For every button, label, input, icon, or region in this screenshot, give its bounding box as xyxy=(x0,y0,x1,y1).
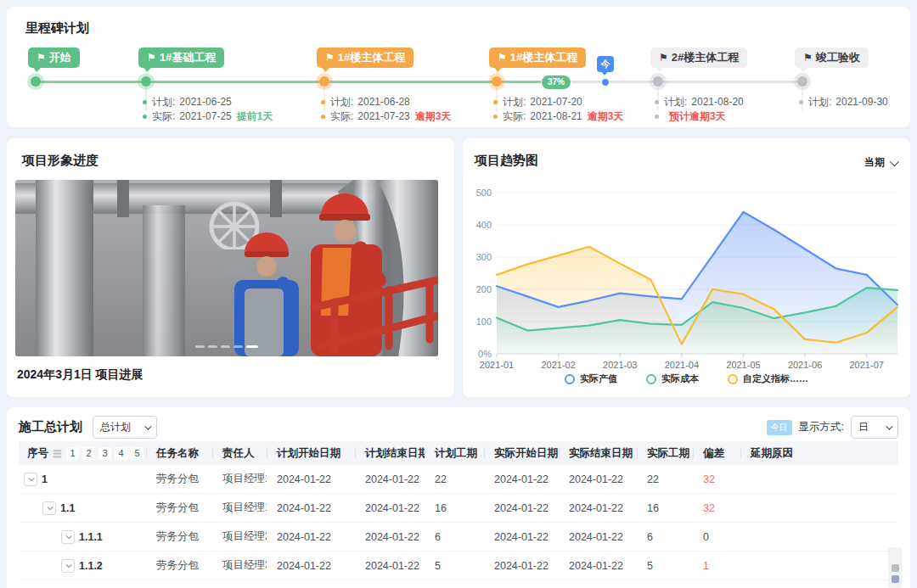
bullet-dot xyxy=(655,115,659,119)
milestone-node[interactable] xyxy=(492,76,502,87)
expand-toggle[interactable] xyxy=(61,530,75,544)
actual-days-cell: 16 xyxy=(637,494,693,522)
milestone-track: ⚑开始⚑1#基础工程计划:2021-06-25实际:2021-07-25提前1天… xyxy=(7,7,910,127)
layers-icon xyxy=(52,448,63,459)
carousel-dot[interactable] xyxy=(233,345,243,349)
svg-text:500: 500 xyxy=(476,188,492,198)
column-header: 实际结束日期 xyxy=(559,441,637,465)
milestone-label[interactable]: ⚑2#楼主体工程 xyxy=(650,48,747,68)
task-name-cell: 劳务分包 xyxy=(146,494,212,522)
column-header: 计划开始日期 xyxy=(267,441,355,465)
svg-text:2021-03: 2021-03 xyxy=(603,360,637,369)
milestone-label[interactable]: ⚑1#楼主体工程 xyxy=(317,48,413,68)
legend-item[interactable]: 实际成本 xyxy=(646,372,699,385)
level-button-5[interactable]: 5 xyxy=(131,447,143,460)
milestone-label[interactable]: ⚑1#基础工程 xyxy=(138,48,224,68)
expand-toggle[interactable] xyxy=(24,473,37,486)
column-header: 实际开始日期 xyxy=(484,441,559,465)
milestone-node[interactable] xyxy=(31,76,41,87)
milestone-node[interactable] xyxy=(797,76,807,87)
plan-end-cell: 2024-01-22 xyxy=(355,523,425,551)
forecast-delay: 预计逾期3天 xyxy=(669,109,726,124)
timeline-remaining-line xyxy=(556,81,805,83)
trend-chart-card: 项目趋势图 当期 0%1002003004005002021-012021-02… xyxy=(463,138,910,397)
bullet-dot xyxy=(321,100,325,104)
milestone-label[interactable]: ⚑竣工验收 xyxy=(795,48,869,68)
deviation-cell: 32 xyxy=(693,494,740,522)
plan-date-row: 计划:2021-07-20 xyxy=(493,95,623,109)
actual-days-cell: 5 xyxy=(637,552,693,580)
legend-item[interactable]: 自定义指标…… xyxy=(728,372,808,385)
actual-end-cell: 2024-01-22 xyxy=(559,494,637,522)
carousel-dot[interactable] xyxy=(208,345,217,349)
expand-toggle[interactable] xyxy=(42,501,56,515)
plan-start-cell: 2024-01-22 xyxy=(267,465,355,493)
column-header: 实际工期 xyxy=(637,441,693,465)
plan-end-cell: 2024-01-22 xyxy=(355,494,425,522)
legend-marker xyxy=(565,374,575,384)
today-badge: 今 xyxy=(597,56,614,72)
milestone-card: 里程碑计划 ⚑开始⚑1#基础工程计划:2021-06-25实际:2021-07-… xyxy=(7,7,910,127)
actual-start-cell: 2024-01-22 xyxy=(484,552,559,580)
actual-date: 2021-07-25 xyxy=(179,109,231,124)
display-mode-select[interactable]: 日 xyxy=(851,416,898,439)
deviation-cell: 0 xyxy=(693,523,740,551)
legend-label: 实际产值 xyxy=(580,372,617,385)
actual-label: 实际: xyxy=(152,109,175,124)
period-dropdown[interactable]: 当期 xyxy=(864,155,897,170)
plan-end-cell: 2024-01-22 xyxy=(355,465,425,493)
expand-toggle[interactable] xyxy=(61,559,75,573)
task-name-cell: 劳务分包 xyxy=(146,465,212,493)
plan-type-select[interactable]: 总计划 xyxy=(93,416,157,439)
milestone-dates: 计划:2021-07-20实际:2021-08-21逾期3天 xyxy=(493,95,623,124)
legend-item[interactable]: 实际产值 xyxy=(565,372,617,385)
svg-text:2021-06: 2021-06 xyxy=(788,360,822,369)
plan-date: 2021-06-25 xyxy=(179,95,231,109)
actual-label: 实际: xyxy=(330,109,353,124)
column-header: 任务名称 xyxy=(146,441,212,465)
milestone-label[interactable]: ⚑开始 xyxy=(28,48,80,68)
plan-days-cell: 6 xyxy=(425,523,484,551)
actual-end-cell: 2024-01-22 xyxy=(559,523,637,551)
photo-carousel[interactable] xyxy=(15,180,438,356)
carousel-dot[interactable] xyxy=(221,345,230,349)
floating-widget[interactable] xyxy=(888,547,902,588)
delay-reason-cell xyxy=(740,552,898,580)
plan-label: 计划: xyxy=(503,95,526,109)
chevron-down-icon xyxy=(886,423,892,429)
today-button[interactable]: 今日 xyxy=(767,420,792,435)
widget-icon[interactable] xyxy=(892,575,899,583)
plan-label: 计划: xyxy=(152,95,175,109)
actual-start-cell: 2024-01-22 xyxy=(484,465,559,493)
carousel-dot[interactable] xyxy=(195,345,205,349)
progress-pill: 37% xyxy=(541,75,571,90)
seq-cell: 1.1.2 xyxy=(19,552,146,580)
milestone-node[interactable] xyxy=(653,76,663,87)
delay-reason-cell xyxy=(740,523,898,551)
period-label: 当期 xyxy=(864,155,885,170)
carousel-dot[interactable] xyxy=(246,345,258,349)
level-button-3[interactable]: 3 xyxy=(98,447,111,460)
seq-cell: 1 xyxy=(19,465,146,493)
column-header: 延期原因 xyxy=(740,441,898,465)
milestone-label[interactable]: ⚑1#楼主体工程 xyxy=(489,48,586,68)
column-header: 计划结束日期 xyxy=(355,441,425,465)
plan-date: 2021-06-28 xyxy=(357,95,409,109)
level-button-2[interactable]: 2 xyxy=(82,447,95,460)
table-row: 1.1劳务分包项目经理12024-01-222024-01-22162024-0… xyxy=(19,494,898,523)
delta-badge: 逾期3天 xyxy=(588,109,624,124)
level-button-1[interactable]: 1 xyxy=(66,447,79,460)
milestone-node[interactable] xyxy=(319,76,329,87)
bullet-dot xyxy=(143,115,147,119)
level-button-4[interactable]: 4 xyxy=(115,447,127,460)
display-mode-label: 显示方式: xyxy=(799,420,844,434)
plan-date-row: 计划:2021-08-20 xyxy=(655,95,744,109)
delay-reason-cell xyxy=(740,494,898,522)
widget-icon[interactable] xyxy=(892,564,899,572)
owner-cell: 项目经理2 xyxy=(212,523,267,551)
bullet-dot xyxy=(493,115,498,119)
actual-date-row: 预计逾期3天 xyxy=(655,109,744,124)
svg-text:2021-05: 2021-05 xyxy=(726,360,760,369)
bullet-dot xyxy=(655,100,659,104)
milestone-node[interactable] xyxy=(141,76,151,87)
